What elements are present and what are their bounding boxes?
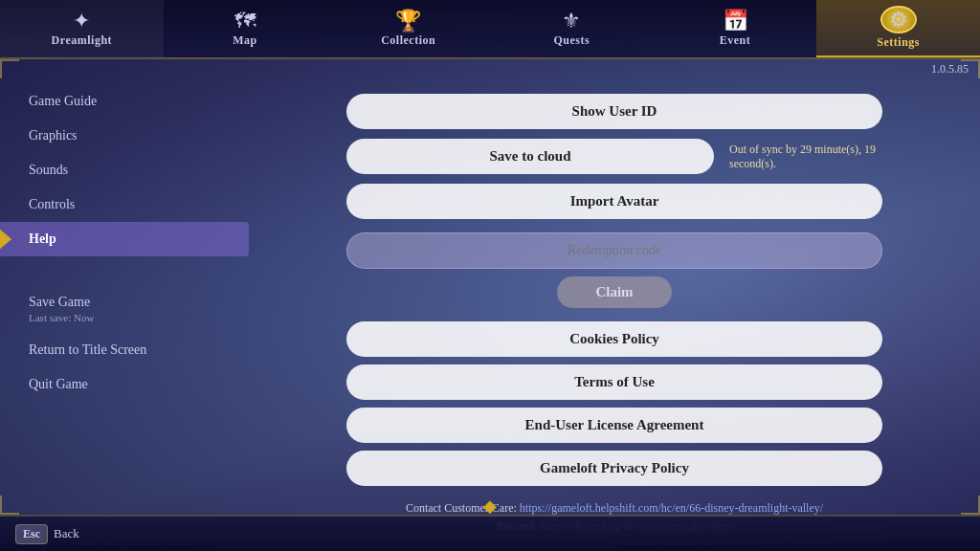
import-avatar-row: Import Avatar <box>346 184 882 219</box>
nav-quests[interactable]: ⚜ Quests <box>490 0 654 57</box>
map-icon: 🗺 <box>234 11 256 32</box>
main-content: Show User ID Save to cloud Out of sync b… <box>249 75 980 513</box>
policy-section: Cookies Policy Terms of Use End-User Lic… <box>346 321 882 486</box>
nav-settings[interactable]: ⚙ Settings <box>816 0 980 57</box>
nav-dreamlight-label: Dreamlight <box>52 33 112 48</box>
collection-icon: 🏆 <box>395 11 421 32</box>
terms-of-use-button[interactable]: Terms of Use <box>346 364 882 400</box>
save-to-cloud-row: Save to cloud Out of sync by 29 minute(s… <box>346 139 882 174</box>
version-label: 1.0.5.85 <box>931 62 969 77</box>
sidebar-item-controls[interactable]: Controls <box>0 187 249 222</box>
nav-settings-label: Settings <box>877 35 920 50</box>
show-user-id-button[interactable]: Show User ID <box>346 94 882 129</box>
sidebar-item-return-title[interactable]: Return to Title Screen <box>0 333 249 367</box>
sidebar-item-game-guide[interactable]: Game Guide <box>0 84 249 119</box>
save-to-cloud-button[interactable]: Save to cloud <box>346 139 714 174</box>
nav-event-label: Event <box>720 33 751 48</box>
contact-label: Contact Customer Care: <box>406 501 517 515</box>
cookies-policy-button[interactable]: Cookies Policy <box>346 321 882 357</box>
back-label: Back <box>54 526 79 541</box>
sidebar-item-graphics[interactable]: Graphics <box>0 119 249 153</box>
sidebar-item-quit-game[interactable]: Quit Game <box>0 367 249 402</box>
sync-note: Out of sync by 29 minute(s), 19 second(s… <box>729 143 882 171</box>
sidebar-divider <box>0 256 249 285</box>
nav-map-label: Map <box>233 33 257 48</box>
esc-key: Esc <box>15 524 48 544</box>
corner-decoration-tl <box>0 59 19 78</box>
corner-decoration-br <box>961 496 980 515</box>
nav-collection[interactable]: 🏆 Collection <box>326 0 490 57</box>
sidebar-item-help[interactable]: Help <box>0 222 249 256</box>
sidebar-item-save-game[interactable]: Save Game Last save: Now <box>0 285 249 333</box>
top-navbar: ✦ Dreamlight 🗺 Map 🏆 Collection ⚜ Quests… <box>0 0 980 59</box>
sidebar-item-sounds[interactable]: Sounds <box>0 153 249 187</box>
nav-quests-label: Quests <box>554 33 590 48</box>
sidebar: Game Guide Graphics Sounds Controls Help… <box>0 75 249 513</box>
bottom-bar: Esc Back <box>0 515 980 551</box>
contact-url: https://gameloft.helpshift.com/hc/en/66-… <box>520 501 823 515</box>
redemption-section: Claim <box>346 232 882 308</box>
claim-button[interactable]: Claim <box>557 276 671 308</box>
event-icon: 📅 <box>723 11 748 32</box>
save-game-label: Save Game <box>29 295 230 310</box>
nav-map[interactable]: 🗺 Map <box>164 0 327 57</box>
corner-decoration-bl <box>0 496 19 515</box>
privacy-policy-button[interactable]: Gameloft Privacy Policy <box>346 451 882 486</box>
nav-collection-label: Collection <box>381 33 435 48</box>
last-save-label: Last save: Now <box>29 312 230 323</box>
dreamlight-icon: ✦ <box>73 11 90 32</box>
nav-event[interactable]: 📅 Event <box>654 0 817 57</box>
show-user-id-row: Show User ID <box>346 94 882 129</box>
diamond-decoration: ◆ <box>483 496 497 517</box>
nav-dreamlight[interactable]: ✦ Dreamlight <box>0 0 164 57</box>
redemption-code-input[interactable] <box>346 232 882 269</box>
quests-icon: ⚜ <box>562 11 581 32</box>
import-avatar-button[interactable]: Import Avatar <box>346 184 882 219</box>
eula-button[interactable]: End-User License Agreement <box>346 408 882 443</box>
settings-icon: ⚙ <box>889 10 908 31</box>
